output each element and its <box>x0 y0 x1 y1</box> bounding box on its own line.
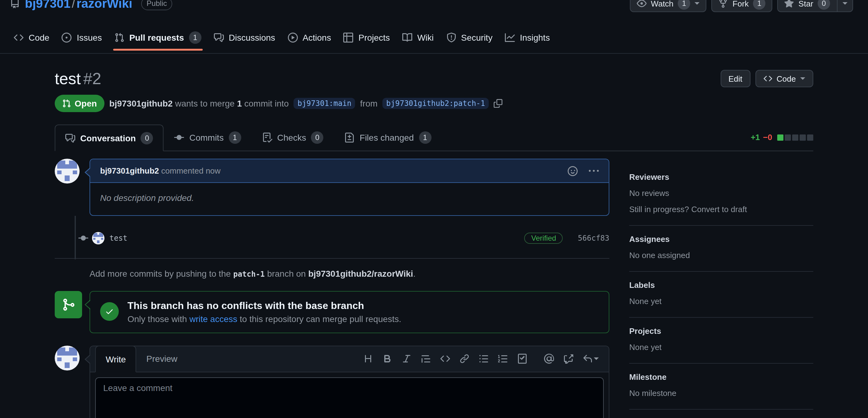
comment-box: bj97301github2 commented now No descript… <box>90 159 609 216</box>
commit-sha-link[interactable]: 566cf83 <box>578 234 609 243</box>
cross-reference-icon[interactable] <box>563 354 573 364</box>
tab-write[interactable]: Write <box>95 346 136 372</box>
repo-separator: / <box>70 0 76 10</box>
tab-checks[interactable]: Checks0 <box>251 125 334 151</box>
star-count: 0 <box>818 0 830 10</box>
sidebar-heading[interactable]: Milestone <box>629 372 813 382</box>
avatar[interactable] <box>55 346 80 371</box>
bold-icon[interactable] <box>382 354 392 364</box>
nav-tab-pull-requests[interactable]: Pull requests1 <box>108 13 208 53</box>
commit-message-link[interactable]: test <box>110 234 127 243</box>
reply-icon <box>583 354 593 364</box>
pr-state-badge: Open <box>55 95 104 112</box>
code-dropdown-button[interactable]: Code <box>755 70 813 87</box>
head-ref-label[interactable]: bj97301github2:patch-1 <box>382 98 489 109</box>
pr-tabs: Conversation0 Commits1 Checks0 Files cha… <box>55 125 813 151</box>
merge-status: This branch has no conflicts with the ba… <box>55 291 609 333</box>
avatar[interactable] <box>55 159 80 183</box>
nav-tab-discussions[interactable]: Discussions <box>208 13 281 53</box>
edit-button[interactable]: Edit <box>720 70 750 87</box>
heading-icon[interactable] <box>363 354 373 364</box>
visibility-badge: Public <box>141 0 173 10</box>
watch-count: 1 <box>678 0 690 10</box>
code-icon[interactable] <box>440 354 450 364</box>
sidebar-section-projects: Projects None yet <box>629 318 813 364</box>
repo-forked-icon <box>718 0 728 8</box>
tab-preview[interactable]: Preview <box>136 346 187 372</box>
pr-author-link[interactable]: bj97301github2 <box>110 99 173 108</box>
list-unordered-icon[interactable] <box>479 354 489 364</box>
list-ordered-icon[interactable] <box>498 354 508 364</box>
commit-author-avatar[interactable] <box>92 232 104 244</box>
tab-label: Commits <box>189 133 223 143</box>
pr-meta: Open bj97301github2 wants to merge 1 com… <box>55 95 813 112</box>
merge-status-box: This branch has no conflicts with the ba… <box>90 291 609 333</box>
commit-count: 1 <box>237 99 242 108</box>
base-ref-label[interactable]: bj97301:main <box>294 98 355 109</box>
sidebar-heading[interactable]: Assignees <box>629 235 813 244</box>
pr-title: test#2 <box>55 69 101 89</box>
diffstat[interactable]: +1 −0 <box>751 133 813 142</box>
sidebar-heading[interactable]: Projects <box>629 326 813 336</box>
nav-tab-code[interactable]: Code <box>7 13 56 53</box>
nav-tab-security[interactable]: Security <box>440 13 499 53</box>
repo-breadcrumb: bj97301/razorWiki Public <box>10 0 173 10</box>
tab-conversation[interactable]: Conversation0 <box>55 125 164 151</box>
quote-icon[interactable] <box>421 354 431 364</box>
nav-tab-insights[interactable]: Insights <box>499 13 556 53</box>
diff-block-added <box>777 134 783 140</box>
star-button[interactable]: Star 0 <box>777 0 853 12</box>
play-icon <box>287 33 298 42</box>
nav-label: Projects <box>359 33 390 42</box>
nav-tab-projects[interactable]: Projects <box>337 13 396 53</box>
nav-label: Wiki <box>417 33 434 42</box>
sidebar-heading[interactable]: Labels <box>629 280 813 290</box>
comment-form: Write Preview <box>90 346 609 418</box>
mention-icon[interactable] <box>544 354 554 364</box>
tab-label: Checks <box>277 133 306 143</box>
nav-tab-actions[interactable]: Actions <box>281 13 337 53</box>
star-dropdown[interactable] <box>837 0 852 11</box>
tab-commits[interactable]: Commits1 <box>164 125 251 151</box>
meta-text: wants to merge <box>175 99 235 108</box>
italic-icon[interactable] <box>402 354 412 364</box>
nav-tab-wiki[interactable]: Wiki <box>396 13 440 53</box>
comment-author-link[interactable]: bj97301github2 <box>100 166 159 175</box>
comment-timestamp[interactable]: now <box>206 166 221 175</box>
branch-name: patch-1 <box>233 270 265 279</box>
verified-badge[interactable]: Verified <box>524 233 563 244</box>
repo-actions: Watch 1 Fork 1 Star 0 <box>630 0 853 12</box>
checks-count: 0 <box>311 131 323 144</box>
tasklist-icon[interactable] <box>517 354 527 364</box>
copy-icon[interactable] <box>494 99 502 108</box>
tab-files-changed[interactable]: Files changed1 <box>334 125 442 151</box>
diffstat-deletions: −0 <box>763 133 772 142</box>
sidebar-value: No reviews <box>629 188 813 198</box>
smiley-icon[interactable] <box>568 166 578 176</box>
merge-status-subtitle: Only those with write access to this rep… <box>127 314 401 324</box>
sidebar-heading[interactable]: Reviewers <box>629 172 813 182</box>
kebab-horizontal-icon[interactable] <box>589 166 599 176</box>
comment-input[interactable] <box>95 377 604 418</box>
pr-sidebar: Reviewers No reviews Still in progress? … <box>629 159 813 418</box>
sidebar-section-assignees: Assignees No one assigned <box>629 226 813 272</box>
watch-button[interactable]: Watch 1 <box>630 0 707 12</box>
fork-label: Fork <box>733 0 749 8</box>
repo-owner-link[interactable]: bj97301 <box>25 0 70 10</box>
sidebar-value: None yet <box>629 343 813 352</box>
nav-tab-issues[interactable]: Issues <box>56 13 108 53</box>
repo-title[interactable]: bj97301/razorWiki <box>25 0 132 10</box>
eye-icon <box>637 0 647 8</box>
link-icon[interactable] <box>460 354 469 364</box>
saved-replies-button[interactable] <box>583 354 599 364</box>
app-header: bj97301/razorWiki Public Watch 1 Fork 1 … <box>0 0 868 13</box>
write-access-link[interactable]: write access <box>189 314 237 324</box>
tab-label: Conversation <box>80 133 136 143</box>
convert-to-draft-text[interactable]: Still in progress? Convert to draft <box>629 205 813 214</box>
fork-button[interactable]: Fork 1 <box>711 0 772 12</box>
star-label: Star <box>798 0 813 8</box>
conversation-count: 0 <box>141 132 153 144</box>
push-note-text: Add more commits by pushing to the <box>90 269 233 279</box>
repo-name-link[interactable]: razorWiki <box>76 0 132 10</box>
tab-label: Files changed <box>360 133 414 143</box>
